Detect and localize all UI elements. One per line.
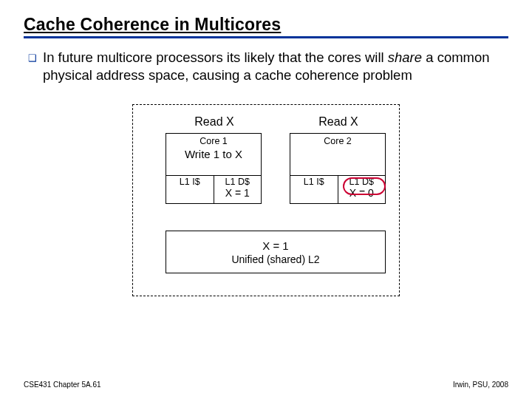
core2-l1d: L1 D$ X = 0	[338, 176, 386, 203]
bullet-text: In future multicore processors its likel…	[43, 49, 504, 83]
body: ❑ In future multicore processors its lik…	[24, 46, 508, 296]
core1-l1d: L1 D$ X = 1	[214, 176, 262, 203]
core1-l1d-label: L1 D$	[225, 177, 250, 187]
core2-box: Core 2 L1 I$ L1 D$ X = 0	[290, 133, 386, 204]
bullet-item: ❑ In future multicore processors its lik…	[28, 49, 504, 83]
core2-l1i-label: L1 I$	[304, 177, 324, 187]
diagram: Read X Read X Core 1 Write 1 to X L1 I$ …	[132, 104, 400, 296]
core2-l1d-value: X = 0	[349, 187, 374, 199]
core2-label: Core 2	[290, 134, 385, 146]
core1-l1-row: L1 I$ L1 D$ X = 1	[166, 175, 261, 203]
core2-l1d-label: L1 D$	[349, 177, 374, 187]
read-x-core2: Read X	[294, 115, 383, 129]
read-x-core1: Read X	[170, 115, 259, 129]
l2-label: Unified (shared) L2	[231, 253, 319, 265]
bullet-text-pre: In future multicore processors its likel…	[43, 50, 388, 65]
bullet-marker-icon: ❑	[28, 49, 37, 66]
core1-l1d-value: X = 1	[225, 187, 250, 199]
core1-l1i: L1 I$	[166, 176, 214, 203]
core1-action: Write 1 to X	[166, 148, 261, 160]
core2-l1-row: L1 I$ L1 D$ X = 0	[290, 175, 385, 203]
core1-label: Core 1	[166, 134, 261, 146]
slide-title: Cache Coherence in Multicores	[24, 15, 508, 35]
l2-value: X = 1	[262, 239, 288, 252]
slide: Cache Coherence in Multicores ❑ In futur…	[0, 0, 532, 399]
core2-l1i: L1 I$	[290, 176, 338, 203]
core1-box: Core 1 Write 1 to X L1 I$ L1 D$ X = 1	[166, 133, 262, 204]
footer-right: Irwin, PSU, 2008	[453, 381, 508, 389]
l2-box: X = 1 Unified (shared) L2	[166, 231, 386, 273]
title-rule: Cache Coherence in Multicores	[24, 15, 508, 38]
core1-l1i-label: L1 I$	[180, 177, 200, 187]
footer-left: CSE431 Chapter 5A.61	[24, 381, 101, 389]
bullet-text-em: share	[388, 50, 422, 65]
